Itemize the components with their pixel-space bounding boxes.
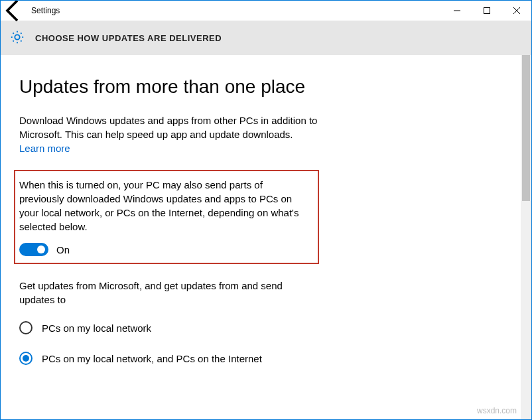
vertical-scrollbar[interactable]	[521, 55, 531, 419]
close-icon	[513, 7, 520, 14]
window-title: Settings	[31, 6, 60, 15]
toggle-knob	[37, 245, 45, 253]
delivery-toggle[interactable]	[19, 243, 48, 256]
close-button[interactable]	[501, 1, 531, 21]
back-button[interactable]	[1, 1, 27, 21]
radio-option-local[interactable]: PCs on my local network	[19, 321, 502, 334]
radio-button	[19, 321, 33, 334]
radio-section-text: Get updates from Microsoft, and get upda…	[19, 279, 311, 307]
watermark: wsxdn.com	[477, 406, 517, 415]
maximize-icon	[484, 7, 490, 14]
highlight-text: When this is turned on, your PC may also…	[19, 178, 310, 234]
gear-icon	[10, 30, 25, 46]
description-text: Download Windows updates and apps from o…	[19, 113, 318, 141]
page-heading: Updates from more than one place	[19, 76, 502, 98]
svg-rect-1	[484, 8, 490, 14]
scrollbar-thumb[interactable]	[522, 55, 530, 201]
highlight-box: When this is turned on, your PC may also…	[14, 170, 319, 264]
minimize-button[interactable]	[442, 1, 472, 21]
back-arrow-icon	[1, 0, 27, 24]
radio-option-internet[interactable]: PCs on my local network, and PCs on the …	[19, 352, 502, 365]
radio-label: PCs on my local network, and PCs on the …	[42, 353, 262, 364]
page-subtitle: CHOOSE HOW UPDATES ARE DELIVERED	[35, 33, 222, 43]
maximize-button[interactable]	[472, 1, 501, 21]
page-header: CHOOSE HOW UPDATES ARE DELIVERED	[1, 21, 531, 55]
content-area: Updates from more than one place Downloa…	[1, 55, 521, 419]
radio-button	[19, 352, 33, 365]
minimize-icon	[454, 7, 460, 14]
radio-group: PCs on my local network PCs on my local …	[19, 321, 502, 365]
title-bar: Settings	[1, 1, 531, 21]
learn-more-link[interactable]: Learn more	[19, 143, 502, 154]
radio-label: PCs on my local network	[42, 322, 151, 334]
toggle-state-label: On	[56, 244, 70, 255]
